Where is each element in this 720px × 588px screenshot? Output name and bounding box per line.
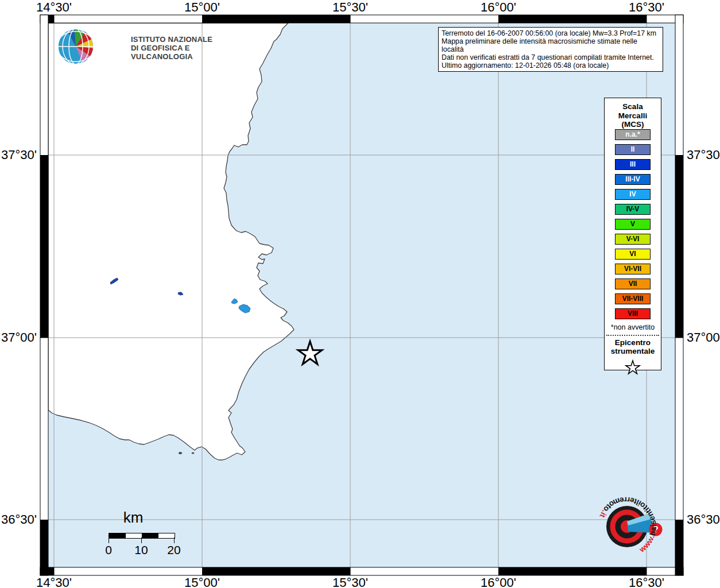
legend-star-icon [624,358,642,377]
lat-label-right-3700: 37°00' [687,330,720,345]
legend-title-line2: Mercalli [605,111,661,121]
legend-swatch-iv-v: IV-V [615,204,651,215]
lon-label-top-1500: 15°00' [184,0,220,15]
lat-label-right-3730: 37°30' [687,148,720,163]
haisentitoilterremoto-logo: ? www.haisentitoilterremoto.it [591,489,672,570]
lon-label-bottom-1600: 16°00' [481,575,516,588]
ingv-logo-block: ISTITUTO NAZIONALE DI GEOFISICA E VULCAN… [57,28,247,65]
scalebar-tick [174,537,175,543]
event-info-line4: Ultimo aggiornamento: 12-01-2026 05:48 (… [442,61,660,69]
lon-label-top-1430: 14°30' [36,0,72,15]
legend-swatch-vi: VI [615,249,651,260]
lon-label-bottom-1500: 15°00' [184,575,220,588]
lon-label-top-1630: 16°30' [629,0,664,15]
scalebar-tick [141,537,142,543]
macroseismic-map-page: { "axis": { "lon": ["14°30'", "15°00'", … [0,0,720,588]
event-info-line1: Terremoto del 16-06-2007 00:56:00 (ora l… [442,29,660,37]
event-info-line2: Mappa preliminare delle intensità macros… [442,37,660,53]
legend-swatch-viii: VIII [615,308,651,319]
lon-label-bottom-1530: 15°30' [332,575,368,588]
scalebar-segment [109,533,126,538]
event-info-line3: Dati non verificati estratti da 7 questi… [442,53,660,61]
mercalli-legend: Scala Mercalli (MCS) n.a.* II III III-IV… [604,98,661,370]
scalebar-label-10: 10 [130,543,153,557]
ingv-globe-icon [57,28,95,65]
lat-label-right-3630: 36°30' [687,512,720,527]
scalebar-segment [142,533,158,538]
event-info-box: Terremoto del 16-06-2007 00:56:00 (ora l… [438,27,663,72]
legend-title-line3: (MCS) [605,120,661,129]
scalebar-tick [109,537,109,543]
legend-swatch-v-vi: V-VI [615,234,651,245]
legend-footnote: *non avvertito [605,323,661,331]
ingv-name-line1: ISTITUTO NAZIONALE [131,35,247,44]
legend-swatch-ii: II [615,144,651,155]
legend-swatch-na: n.a.* [615,129,651,140]
lon-label-top-1530: 15°30' [332,0,368,15]
legend-swatch-vi-vii: VI-VII [615,264,651,274]
lat-label-left-3630: 36°30' [0,512,37,527]
scalebar [109,533,175,539]
legend-swatch-iv: IV [615,189,651,200]
legend-divider [606,335,659,336]
scalebar-label-20: 20 [162,543,185,557]
lat-label-left-3700: 37°00' [0,330,37,345]
lon-label-top-1600: 16°00' [481,0,516,15]
legend-swatch-iii-iv: III-IV [615,174,651,185]
legend-epicenter-line2: strumentale [605,347,661,356]
scalebar-label-0: 0 [97,543,120,557]
legend-title-line1: Scala [605,102,661,111]
legend-swatch-vii: VII [615,278,651,289]
legend-epicenter-line1: Epicentro [605,338,661,347]
lat-label-left-3730: 37°30' [0,148,37,163]
legend-swatch-vii-viii: VII-VIII [615,293,651,304]
legend-swatch-v: V [615,219,651,230]
lon-label-bottom-1630: 16°30' [629,575,664,588]
ingv-name-line2: DI GEOFISICA E VULCANOLOGIA [131,44,247,61]
scalebar-unit-label: km [110,509,156,527]
lon-label-bottom-1430: 14°30' [36,575,72,588]
legend-swatch-iii: III [615,159,651,170]
